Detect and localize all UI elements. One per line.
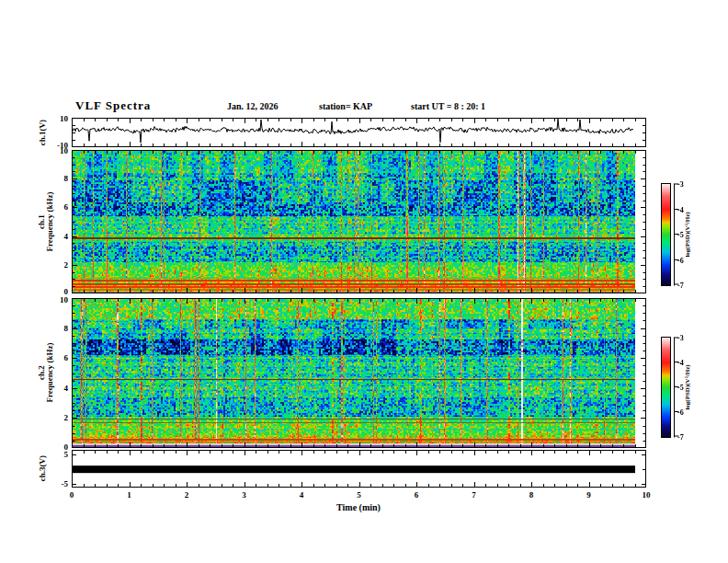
ch1-freq-axis-label-line2: Frequency (kHz)	[46, 191, 54, 251]
ch2-freq-axis-label: ch.2 Frequency (kHz)	[38, 342, 54, 402]
date-label: Jan. 12, 2026	[227, 101, 279, 111]
x-tick-label: 7	[472, 490, 476, 500]
ch2-freq-axis-label-line2: Frequency (kHz)	[46, 342, 54, 402]
ch1-freq-axis-label: ch.1 Frequency (kHz)	[38, 191, 54, 251]
ch1-spectrogram-canvas	[72, 150, 646, 293]
x-axis-title: Time (min)	[336, 502, 381, 512]
ch2-spectrogram-canvas	[72, 298, 646, 448]
spec2-y-tick-label: 2	[40, 413, 68, 422]
colorbar-1-tick-label: -4	[677, 205, 684, 213]
x-tick-label: 3	[242, 490, 246, 500]
ch1-y-tick-label: 10	[40, 114, 68, 123]
ch3-waveform-canvas	[72, 450, 646, 488]
x-tick-label: 1	[127, 490, 131, 500]
x-tick-label: 8	[529, 490, 534, 500]
x-tick-label: 0	[70, 490, 74, 500]
colorbar-2-label: log(PSD)(V²/Hz)	[683, 364, 692, 409]
spec1-y-tick-label: 8	[40, 174, 68, 183]
spec1-y-tick-label: 10	[40, 146, 68, 155]
x-tick-label: 4	[300, 490, 304, 500]
x-tick-label: 10	[643, 490, 651, 500]
colorbar-1-label: log(PSD)(V²/Hz)	[683, 212, 692, 257]
x-tick-label: 9	[586, 490, 591, 500]
spec1-y-tick-label: 4	[40, 232, 68, 241]
colorbar-2-tick-label: -3	[677, 334, 684, 342]
colorbar-2-tick-label: -6	[677, 408, 684, 417]
x-tick-label: 5	[357, 490, 361, 500]
colorbar-1-tick-label: -6	[677, 256, 684, 264]
start-ut-label: start UT = 8 : 20: 1	[411, 101, 485, 111]
ch3-axis-label: ch.3(V)	[38, 455, 47, 481]
colorbar-1-tick-label: -5	[677, 231, 684, 239]
spec1-y-tick-label: 6	[40, 202, 68, 212]
colorbar-2-tick-label: -5	[677, 384, 684, 392]
ch3-y-tick-label: -5	[40, 479, 68, 488]
spec2-y-tick-label: 10	[40, 295, 68, 304]
ch3-y-tick-label: 5	[40, 450, 68, 459]
figure-title: VLF Spectra	[75, 98, 151, 113]
spec2-y-tick-label: 6	[40, 353, 68, 362]
colorbar-2-tick-label: -7	[677, 433, 684, 442]
x-tick-label: 6	[415, 490, 419, 500]
spec1-y-tick-label: 0	[40, 287, 68, 296]
ch1-waveform-canvas	[72, 118, 646, 147]
colorbar-1-tick-label: -7	[677, 282, 684, 290]
spec2-y-tick-label: 8	[40, 324, 68, 333]
vlf-spectra-figure: VLF Spectra Jan. 12, 2026 station= KAP s…	[0, 0, 728, 563]
station-label: station= KAP	[319, 101, 372, 111]
x-tick-label: 2	[185, 490, 189, 500]
colorbar-2-tick-label: -4	[677, 359, 684, 367]
spec1-y-tick-label: 2	[40, 260, 68, 270]
colorbar-1-tick-label: -3	[677, 180, 684, 189]
spec2-y-tick-label: 4	[40, 384, 68, 393]
